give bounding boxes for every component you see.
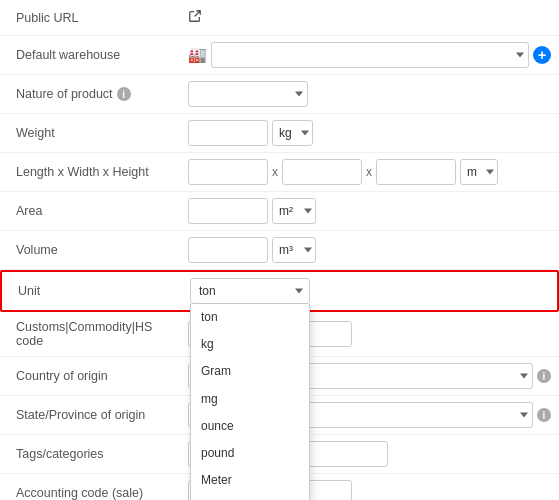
public-url-field: [180, 7, 559, 28]
weight-unit-label: kg: [279, 126, 292, 140]
dimensions-label: Length x Width x Height: [0, 161, 180, 183]
unit-row: Unit ton ton kg Gram mg ounce pound Mete…: [0, 270, 559, 312]
unit-option-ounce[interactable]: ounce: [191, 413, 309, 440]
x-separator-1: x: [272, 165, 278, 179]
unit-option-mg[interactable]: mg: [191, 386, 309, 413]
volume-input[interactable]: [188, 237, 268, 263]
unit-select-display[interactable]: ton: [190, 278, 310, 304]
height-input[interactable]: [376, 159, 456, 185]
unit-option-ton[interactable]: ton: [191, 304, 309, 331]
nature-of-product-row: Nature of product i: [0, 75, 559, 114]
country-info-icon[interactable]: i: [537, 369, 551, 383]
area-unit-label: m²: [279, 204, 293, 218]
customs-code-label: Customs|Commodity|HS code: [0, 316, 180, 352]
country-of-origin-label: Country of origin: [0, 365, 180, 387]
unit-select-wrapper: ton ton kg Gram mg ounce pound Meter dm …: [190, 278, 310, 304]
default-warehouse-field: 🏭 +: [180, 40, 559, 70]
dimensions-field: x x m: [180, 157, 559, 187]
public-url-row: Public URL: [0, 0, 559, 36]
volume-unit-label: m³: [279, 243, 293, 257]
volume-field: m³: [180, 235, 559, 265]
unit-option-pound[interactable]: pound: [191, 440, 309, 467]
external-link-icon[interactable]: [188, 9, 202, 26]
volume-label: Volume: [0, 239, 180, 261]
unit-option-kg[interactable]: kg: [191, 331, 309, 358]
unit-option-meter[interactable]: Meter: [191, 467, 309, 494]
dimensions-row: Length x Width x Height x x m: [0, 153, 559, 192]
default-warehouse-row: Default warehouse 🏭 +: [0, 36, 559, 75]
area-label: Area: [0, 200, 180, 222]
weight-field: kg: [180, 118, 559, 148]
x-separator-2: x: [366, 165, 372, 179]
default-warehouse-label: Default warehouse: [0, 44, 180, 66]
accounting-sale-label: Accounting code (sale): [0, 482, 180, 500]
area-row: Area m²: [0, 192, 559, 231]
area-field: m²: [180, 196, 559, 226]
weight-input[interactable]: [188, 120, 268, 146]
weight-label: Weight: [0, 122, 180, 144]
add-warehouse-button[interactable]: +: [533, 46, 551, 64]
nature-info-icon[interactable]: i: [117, 87, 131, 101]
nature-of-product-field: [180, 79, 559, 109]
unit-option-gram[interactable]: Gram: [191, 358, 309, 385]
volume-row: Volume m³: [0, 231, 559, 270]
warehouse-icon: 🏭: [188, 46, 207, 64]
tags-label: Tags/categories: [0, 443, 180, 465]
area-input[interactable]: [188, 198, 268, 224]
unit-option-dm[interactable]: dm: [191, 494, 309, 500]
unit-selected-value: ton: [199, 284, 216, 298]
unit-dropdown-menu: ton kg Gram mg ounce pound Meter dm cm m…: [190, 304, 310, 500]
unit-field: ton ton kg Gram mg ounce pound Meter dm …: [182, 276, 557, 306]
state-info-icon[interactable]: i: [537, 408, 551, 422]
state-of-origin-label: State/Province of origin: [0, 404, 180, 426]
unit-label: Unit: [2, 280, 182, 302]
public-url-label: Public URL: [0, 7, 180, 29]
weight-row: Weight kg: [0, 114, 559, 153]
width-input[interactable]: [282, 159, 362, 185]
nature-of-product-label: Nature of product i: [0, 83, 180, 105]
dimensions-unit-label: m: [467, 165, 477, 179]
length-input[interactable]: [188, 159, 268, 185]
